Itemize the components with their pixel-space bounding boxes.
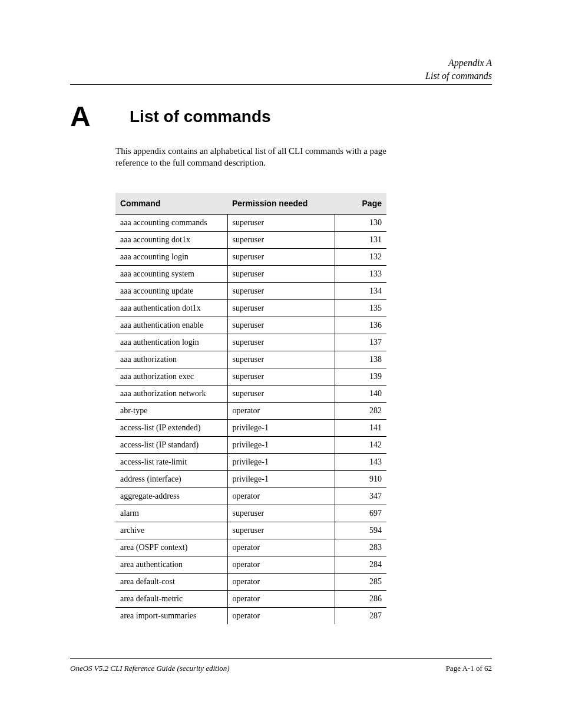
table-row: archivesuperuser594: [115, 522, 386, 539]
cell-command: area authentication: [115, 556, 227, 574]
cell-command: aaa authorization network: [115, 386, 227, 403]
table-row: aaa authorization execsuperuser139: [115, 368, 386, 386]
table-row: aaa authorizationsuperuser138: [115, 351, 386, 368]
table-row: aaa authorization networksuperuser140: [115, 386, 386, 403]
cell-command: area import-summaries: [115, 608, 227, 625]
table-row: aaa accounting updatesuperuser134: [115, 283, 386, 300]
cell-permission: operator: [227, 591, 335, 608]
cell-command: aaa accounting commands: [115, 215, 227, 232]
cell-permission: superuser: [227, 266, 335, 283]
cell-page: 140: [335, 386, 386, 403]
footer-rule: [70, 658, 492, 659]
cell-command: aaa authorization: [115, 351, 227, 368]
cell-page: 143: [335, 454, 386, 471]
cell-page: 284: [335, 556, 386, 574]
cell-permission: superuser: [227, 283, 335, 300]
table-row: area default-costoperator285: [115, 574, 386, 591]
cell-page: 594: [335, 522, 386, 539]
cell-command: area default-cost: [115, 574, 227, 591]
table-row: alarmsuperuser697: [115, 505, 386, 522]
appendix-title: List of commands: [130, 107, 271, 126]
header-chapter: Appendix A: [448, 58, 492, 68]
cell-command: abr-type: [115, 403, 227, 420]
cell-permission: superuser: [227, 232, 335, 249]
cell-page: 139: [335, 368, 386, 386]
cell-permission: superuser: [227, 300, 335, 317]
cell-page: 137: [335, 334, 386, 351]
table-row: aaa authentication enablesuperuser136: [115, 317, 386, 334]
table-row: address (interface)privilege-1910: [115, 471, 386, 488]
col-header-page: Page: [335, 193, 386, 215]
cell-permission: operator: [227, 488, 335, 505]
cell-command: access-list rate-limit: [115, 454, 227, 471]
cell-page: 135: [335, 300, 386, 317]
table-row: access-list (IP standard)privilege-1142: [115, 437, 386, 454]
cell-permission: superuser: [227, 317, 335, 334]
table-row: access-list (IP extended)privilege-1141: [115, 420, 386, 437]
footer-page-number: Page A-1 of 62: [446, 664, 492, 673]
col-header-command: Command: [115, 193, 227, 215]
cell-page: 141: [335, 420, 386, 437]
cell-permission: operator: [227, 608, 335, 625]
table-row: aaa authentication loginsuperuser137: [115, 334, 386, 351]
table-row: area default-metricoperator286: [115, 591, 386, 608]
table-row: aaa accounting systemsuperuser133: [115, 266, 386, 283]
cell-permission: operator: [227, 539, 335, 556]
table-row: abr-typeoperator282: [115, 403, 386, 420]
cell-page: 283: [335, 539, 386, 556]
cell-command: access-list (IP standard): [115, 437, 227, 454]
cell-permission: privilege-1: [227, 437, 335, 454]
cell-command: area default-metric: [115, 591, 227, 608]
cell-page: 136: [335, 317, 386, 334]
cell-command: archive: [115, 522, 227, 539]
cell-command: aaa accounting login: [115, 249, 227, 266]
table-header-row: Command Permission needed Page: [115, 193, 386, 215]
cell-page: 138: [335, 351, 386, 368]
cell-command: aaa authentication dot1x: [115, 300, 227, 317]
cell-permission: privilege-1: [227, 454, 335, 471]
cell-page: 347: [335, 488, 386, 505]
cell-page: 131: [335, 232, 386, 249]
cell-command: aaa authorization exec: [115, 368, 227, 386]
footer-doc-title: OneOS V5.2 CLI Reference Guide (security…: [70, 664, 230, 673]
appendix-letter: A: [70, 100, 91, 133]
cell-permission: superuser: [227, 386, 335, 403]
cell-page: 130: [335, 215, 386, 232]
cell-permission: superuser: [227, 334, 335, 351]
cell-command: access-list (IP extended): [115, 420, 227, 437]
table-row: aaa authentication dot1xsuperuser135: [115, 300, 386, 317]
commands-table: Command Permission needed Page aaa accou…: [115, 193, 386, 624]
table-row: area import-summariesoperator287: [115, 608, 386, 625]
cell-permission: operator: [227, 403, 335, 420]
table-row: aaa accounting dot1xsuperuser131: [115, 232, 386, 249]
intro-paragraph: This appendix contains an alphabetical l…: [115, 146, 386, 169]
cell-command: address (interface): [115, 471, 227, 488]
table-row: access-list rate-limitprivilege-1143: [115, 454, 386, 471]
cell-page: 287: [335, 608, 386, 625]
cell-page: 132: [335, 249, 386, 266]
cell-page: 286: [335, 591, 386, 608]
cell-command: aaa accounting dot1x: [115, 232, 227, 249]
cell-permission: superuser: [227, 505, 335, 522]
cell-page: 697: [335, 505, 386, 522]
cell-permission: superuser: [227, 249, 335, 266]
cell-permission: superuser: [227, 215, 335, 232]
cell-permission: operator: [227, 556, 335, 574]
cell-command: aaa accounting update: [115, 283, 227, 300]
cell-command: aaa authentication enable: [115, 317, 227, 334]
table-row: area authenticationoperator284: [115, 556, 386, 574]
col-header-permission: Permission needed: [227, 193, 335, 215]
cell-permission: operator: [227, 574, 335, 591]
cell-command: aaa authentication login: [115, 334, 227, 351]
cell-permission: superuser: [227, 522, 335, 539]
table-row: aaa accounting commandssuperuser130: [115, 215, 386, 232]
cell-page: 134: [335, 283, 386, 300]
header-rule: [70, 84, 492, 85]
cell-page: 282: [335, 403, 386, 420]
cell-command: aggregate-address: [115, 488, 227, 505]
cell-permission: privilege-1: [227, 420, 335, 437]
cell-page: 142: [335, 437, 386, 454]
cell-permission: superuser: [227, 351, 335, 368]
table-row: aggregate-addressoperator347: [115, 488, 386, 505]
cell-command: aaa accounting system: [115, 266, 227, 283]
